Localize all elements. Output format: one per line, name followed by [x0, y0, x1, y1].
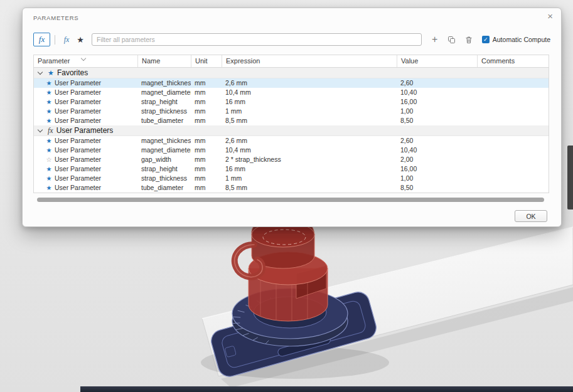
- parameter-row-gap_width[interactable]: ☆User Parametergap_widthmm2 * strap_thic…: [34, 155, 549, 164]
- favorite-star-icon[interactable]: ★: [45, 136, 53, 146]
- column-header-value[interactable]: Value: [397, 55, 477, 67]
- horizontal-scrollbar[interactable]: [33, 197, 550, 203]
- parameter-row-magnet_diameter[interactable]: ★User Parametermagnet_diametermm10,4 mm1…: [34, 146, 549, 155]
- parameter-row-magnet_thickness[interactable]: ★User Parametermagnet_thicknessmm2,6 mm2…: [34, 78, 549, 88]
- parameter-row-tube_diameter[interactable]: ★User Parametertube_diametermm8,5 mm8,50: [34, 183, 549, 193]
- parameter-unit: mm: [191, 97, 222, 107]
- parameter-comment[interactable]: [477, 78, 549, 88]
- parameter-type: User Parameter: [55, 183, 101, 193]
- plus-icon: +: [432, 34, 437, 45]
- parameter-expression[interactable]: 2,6 mm: [222, 78, 397, 88]
- favorite-star-icon[interactable]: ★: [45, 97, 53, 107]
- parameter-type: User Parameter: [55, 146, 101, 155]
- favorite-star-icon[interactable]: ★: [45, 107, 53, 116]
- parameter-name[interactable]: magnet_diameter: [137, 88, 191, 97]
- parameter-unit: mm: [191, 155, 222, 164]
- group-row-favorites[interactable]: ★Favorites: [34, 68, 549, 78]
- parameter-expression[interactable]: 10,4 mm: [222, 88, 397, 97]
- parameter-row-tube_diameter[interactable]: ★User Parametertube_diametermm8,5 mm8,50: [34, 116, 549, 125]
- chevron-down-icon[interactable]: [38, 70, 43, 75]
- parameter-expression[interactable]: 10,4 mm: [222, 146, 397, 155]
- group-row-user-parameters[interactable]: fxUser Parameters: [34, 125, 549, 136]
- parameter-name[interactable]: strap_thickness: [137, 107, 191, 116]
- parameter-value: 10,40: [397, 146, 477, 155]
- show-favorites-button[interactable]: ★: [73, 33, 87, 46]
- favorite-star-icon[interactable]: ★: [45, 183, 53, 193]
- parameter-expression[interactable]: 2,6 mm: [222, 136, 397, 146]
- parameter-name[interactable]: magnet_thickness: [137, 136, 191, 146]
- parameter-comment[interactable]: [477, 164, 549, 174]
- parameter-comment[interactable]: [477, 174, 549, 183]
- automatic-compute-toggle[interactable]: ✓ Automatic Compute: [482, 36, 550, 43]
- parameter-expression[interactable]: 8,5 mm: [222, 183, 397, 193]
- parameter-row-strap_thickness[interactable]: ★User Parameterstrap_thicknessmm1 mm1,00: [34, 107, 549, 116]
- parameter-name[interactable]: strap_thickness: [137, 174, 191, 183]
- dialog-title: PARAMETERS: [33, 14, 78, 21]
- parameter-comment[interactable]: [477, 155, 549, 164]
- parameter-row-strap_thickness[interactable]: ★User Parameterstrap_thicknessmm1 mm1,00: [34, 174, 549, 183]
- filter-input[interactable]: [92, 33, 422, 46]
- column-header-parameter[interactable]: Parameter: [34, 55, 137, 67]
- column-header-unit[interactable]: Unit: [191, 55, 222, 67]
- favorite-star-icon[interactable]: ★: [45, 174, 53, 183]
- parameter-expression[interactable]: 16 mm: [222, 97, 397, 107]
- parameter-expression[interactable]: 1 mm: [222, 174, 397, 183]
- copy-parameter-button[interactable]: [447, 33, 457, 46]
- parameter-row-strap_height[interactable]: ★User Parameterstrap_heightmm16 mm16,00: [34, 97, 549, 107]
- favorite-star-icon[interactable]: ★: [45, 116, 53, 125]
- favorite-star-icon[interactable]: ★: [45, 88, 53, 97]
- parameter-type: User Parameter: [55, 116, 101, 125]
- parameter-name[interactable]: gap_width: [137, 155, 191, 164]
- parameter-comment[interactable]: [477, 107, 549, 116]
- parameter-comment[interactable]: [477, 136, 549, 146]
- column-header-name[interactable]: Name: [137, 55, 191, 67]
- favorite-star-outline-icon[interactable]: ☆: [45, 155, 53, 164]
- close-icon[interactable]: ×: [547, 11, 553, 21]
- column-header-comments[interactable]: Comments: [477, 55, 549, 67]
- favorite-star-icon[interactable]: ★: [45, 146, 53, 155]
- parameter-comment[interactable]: [477, 146, 549, 155]
- parameter-type: User Parameter: [55, 174, 101, 183]
- parameter-comment[interactable]: [477, 116, 549, 125]
- add-parameter-button[interactable]: +: [430, 33, 440, 46]
- timeline-bar[interactable]: [80, 386, 573, 392]
- chevron-down-icon[interactable]: [38, 127, 43, 132]
- show-user-parameters-button[interactable]: fx: [60, 33, 73, 46]
- fx-icon: fx: [39, 34, 45, 45]
- column-header-expression[interactable]: Expression: [222, 55, 397, 67]
- parameter-row-magnet_diameter[interactable]: ★User Parametermagnet_diametermm10,4 mm1…: [34, 88, 549, 97]
- parameter-expression[interactable]: 2 * strap_thickness: [222, 155, 397, 164]
- delete-parameter-button[interactable]: [464, 33, 474, 46]
- checkbox-checked-icon[interactable]: ✓: [482, 36, 490, 43]
- horizontal-scrollbar-thumb[interactable]: [37, 198, 544, 202]
- favorite-star-icon[interactable]: ★: [45, 164, 53, 174]
- parameter-type: User Parameter: [55, 107, 101, 116]
- parameter-value: 2,60: [397, 78, 477, 88]
- parameter-type: User Parameter: [55, 78, 101, 88]
- group-label: Favorites: [57, 68, 88, 77]
- parameter-comment[interactable]: [477, 183, 549, 193]
- parameter-name[interactable]: magnet_thickness: [137, 78, 191, 88]
- fx-icon: fx: [64, 35, 70, 45]
- parameter-expression[interactable]: 1 mm: [222, 107, 397, 116]
- table-header: ParameterNameUnitExpressionValueComments: [34, 55, 549, 68]
- parameter-name[interactable]: strap_height: [137, 97, 191, 107]
- parameter-name[interactable]: tube_diameter: [137, 183, 191, 193]
- ok-button[interactable]: OK: [515, 210, 547, 222]
- parameter-row-strap_height[interactable]: ★User Parameterstrap_heightmm16 mm16,00: [34, 164, 549, 174]
- parameter-name[interactable]: tube_diameter: [137, 116, 191, 125]
- parameter-expression[interactable]: 16 mm: [222, 164, 397, 174]
- parameter-name[interactable]: strap_height: [137, 164, 191, 174]
- fusion-canvas: PARAMETERS × fx fx ★ +: [0, 0, 573, 392]
- parameters-dialog: PARAMETERS × fx fx ★ +: [22, 8, 562, 227]
- parameter-unit: mm: [191, 174, 222, 183]
- parameter-expression[interactable]: 8,5 mm: [222, 116, 397, 125]
- show-all-parameters-button[interactable]: fx: [33, 33, 50, 46]
- parameter-row-magnet_thickness[interactable]: ★User Parametermagnet_thicknessmm2,6 mm2…: [34, 136, 549, 146]
- parameter-comment[interactable]: [477, 97, 549, 107]
- parameter-name[interactable]: magnet_diameter: [137, 146, 191, 155]
- star-icon: ★: [77, 35, 84, 45]
- parameter-comment[interactable]: [477, 88, 549, 97]
- favorite-star-icon[interactable]: ★: [45, 78, 53, 88]
- parameter-type: User Parameter: [55, 97, 101, 107]
